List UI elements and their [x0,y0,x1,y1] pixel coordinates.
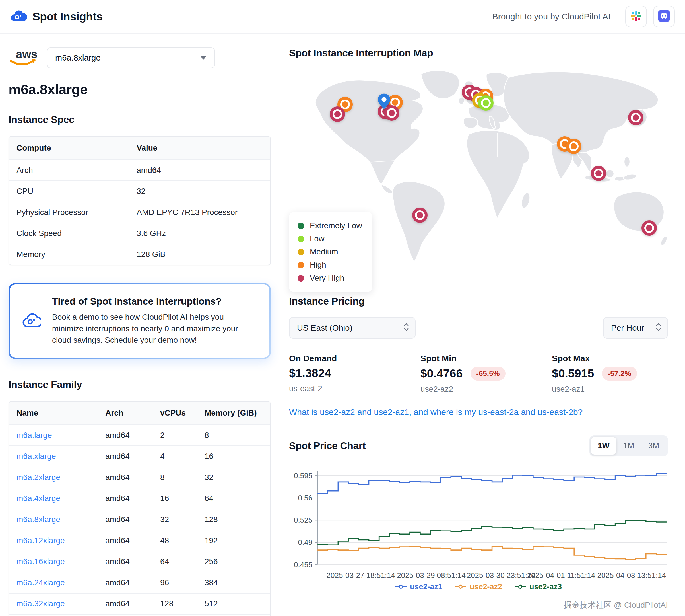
map-marker-very-high[interactable] [412,207,428,223]
page-title: m6a.8xlarge [8,82,271,97]
stat-label: On Demand [289,354,420,363]
legend-dot-icon [298,275,304,282]
promo-text: Tired of Spot Instance Interruptions? Bo… [52,296,257,346]
family-row: m6a.48xlargeamd64192768 [9,614,270,616]
range-1m-button[interactable]: 1M [616,437,641,455]
map-heading: Spot Instance Interruption Map [289,47,668,59]
range-toggle: 1W 1M 3M [589,435,668,456]
discord-button[interactable] [653,6,675,27]
region-select-value: US East (Ohio) [297,323,352,333]
family-row: m6a.32xlargeamd64128512 [9,593,270,614]
legend-dot-icon [298,249,304,255]
instance-link[interactable]: m6a.12xlarge [17,536,65,545]
svg-text:0.49: 0.49 [298,538,312,547]
instance-link[interactable]: m6a.24xlarge [17,578,65,587]
family-row: m6a.largeamd6428 [9,425,270,446]
map-legend-item: High [298,259,362,271]
map-marker-very-high[interactable] [591,166,606,181]
instance-link[interactable]: m6a.4xlarge [17,494,60,503]
spec-row: Pyhysical ProcessorAMD EPYC 7R13 Process… [9,202,270,223]
svg-text:2025-04-01 11:51:14: 2025-04-01 11:51:14 [527,571,595,579]
family-col-name: Name [9,402,98,425]
range-3m-button[interactable]: 3M [641,437,666,455]
svg-text:0.455: 0.455 [294,560,312,569]
spec-row: Archamd64 [9,160,270,181]
instance-link[interactable]: m6a.xlarge [17,452,56,461]
instance-family-heading: Instance Family [8,379,271,390]
family-col-arch: Arch [98,402,153,425]
map-marker-very-high[interactable] [641,220,657,236]
discord-icon [657,9,670,24]
brand: Spot Insights [10,10,103,23]
series-marker-icon [455,584,466,589]
svg-text:2025-03-27 18:51:14: 2025-03-27 18:51:14 [326,571,395,579]
slack-button[interactable] [625,6,647,27]
instance-selector-row: aws m6a.8xlarge [8,47,271,68]
chart-heading: Spot Price Chart [289,440,366,452]
promo-body: Book a demo to see how CloudPilot AI hel… [52,311,257,346]
family-row: m6a.12xlargeamd6448192 [9,530,270,551]
spec-col-value: Value [129,137,270,160]
stat-price: $1.3824 [289,367,331,380]
slack-icon [630,10,642,23]
stat-sub: us-east-2 [289,384,420,393]
instance-spec-table: Compute Value Archamd64CPU32Pyhysical Pr… [8,136,271,265]
svg-text:0.525: 0.525 [294,516,312,524]
spot-price-chart: 0.5950.560.5250.490.4552025-03-27 18:51:… [289,464,668,582]
region-select[interactable]: US East (Ohio) [289,317,416,339]
instance-link[interactable]: m6a.2xlarge [17,473,60,482]
az-explainer-link[interactable]: What is use2-az2 and use2-az1, and where… [289,408,583,417]
range-1w-button[interactable]: 1W [591,437,616,455]
brought-by-text: Brought to you by CloudPilot AI [493,12,611,21]
stat-sub: use2-az2 [420,384,552,394]
aws-logo-icon: aws [8,48,37,68]
promo-card[interactable]: Tired of Spot Instance Interruptions? Bo… [8,283,271,359]
legend-dot-icon [298,262,304,268]
stat-on-demand: On Demand $1.3824 us-east-2 [289,354,420,394]
stat-sub: use2-az1 [552,384,637,394]
stat-label: Spot Min [420,354,552,363]
pricing-stats: On Demand $1.3824 us-east-2 Spot Min $0.… [289,354,668,394]
chart-legend-item[interactable]: use2-az1 [395,582,442,591]
svg-text:aws: aws [16,48,37,60]
top-bar: Spot Insights Brought to you by CloudPil… [0,0,685,34]
svg-text:2025-03-29 08:51:14: 2025-03-29 08:51:14 [397,571,466,579]
map-marker-very-high[interactable] [628,110,643,125]
chart-legend-item[interactable]: use2-az3 [515,582,562,591]
instance-select-value: m6a.8xlarge [55,53,101,63]
family-row: m6a.24xlargeamd6496384 [9,572,270,593]
caret-down-icon [200,56,207,60]
stat-spot-min: Spot Min $0.4766 -65.5% use2-az2 [420,354,552,394]
chart-legend-item[interactable]: use2-az2 [455,582,502,591]
instance-link[interactable]: m6a.8xlarge [17,515,60,524]
period-select[interactable]: Per Hour [603,317,668,339]
stat-spot-max: Spot Max $0.5915 -57.2% use2-az1 [552,354,637,394]
period-select-value: Per Hour [611,323,644,333]
stat-price: $0.4766 [420,367,462,380]
spec-row: Clock Speed3.6 GHz [9,223,270,244]
family-row: m6a.4xlargeamd641664 [9,488,270,509]
interruption-map: Extremely LowLowMediumHighVery High [289,66,668,262]
map-pin-icon[interactable] [378,92,391,110]
series-marker-icon [395,584,407,589]
map-marker-very-high[interactable] [330,107,345,122]
map-marker-high[interactable] [566,139,581,154]
instance-link[interactable]: m6a.large [17,431,52,440]
left-column: aws m6a.8xlarge m6a.8xlarge Instance Spe… [8,47,271,616]
instance-family-table: Name Arch vCPUs Memory (GiB) m6a.largeam… [8,401,271,616]
instance-link[interactable]: m6a.32xlarge [17,599,65,608]
watermark: 掘金技术社区 @ CloudPilotAI [289,600,668,611]
map-legend-item: Extremely Low [298,219,362,232]
cloud-logo-icon [10,10,27,23]
svg-text:0.56: 0.56 [298,493,312,502]
instance-type-select[interactable]: m6a.8xlarge [47,47,215,68]
instance-link[interactable]: m6a.16xlarge [17,557,65,566]
topbar-right: Brought to you by CloudPilot AI [493,6,675,27]
chart-legend: use2-az1use2-az2use2-az3 [289,582,668,591]
cloudpilot-cloud-icon [22,313,41,329]
map-marker-low[interactable] [478,95,494,111]
legend-dot-icon [298,223,304,229]
discount-badge: -65.5% [471,367,505,380]
family-col-memory: Memory (GiB) [197,402,270,425]
family-row: m6a.8xlargeamd6432128 [9,509,270,530]
